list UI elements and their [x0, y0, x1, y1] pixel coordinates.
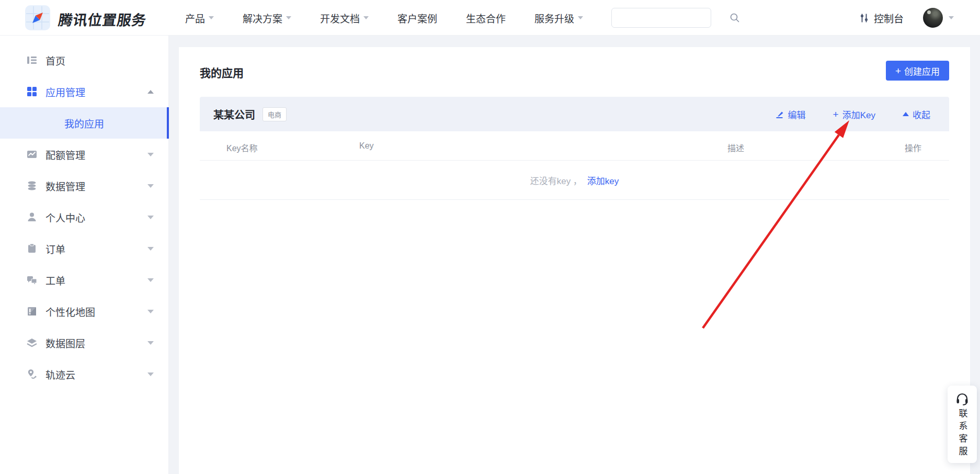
app-category-badge: 电商 [263, 107, 287, 121]
chevron-down-icon[interactable] [147, 310, 154, 313]
add-key-button[interactable]: + 添加Key [833, 108, 875, 121]
console-link[interactable]: 控制台 [859, 0, 904, 36]
plus-icon: + [895, 66, 901, 76]
search-input[interactable] [612, 8, 730, 27]
chevron-down-icon[interactable] [147, 373, 154, 376]
empty-state-text: 还没有key ， [530, 174, 582, 187]
nav-cases[interactable]: 客户案例 [397, 11, 437, 25]
nav-docs[interactable]: 开发文档 [320, 11, 369, 25]
user-icon [27, 212, 37, 222]
triangle-up-icon [903, 112, 909, 116]
key-table-header: Key名称 Key 描述 操作 [200, 131, 949, 161]
track-pin-icon [27, 369, 37, 379]
sidebar-item-personal-center[interactable]: 个人中心 [0, 201, 168, 233]
layers-icon [27, 337, 37, 348]
database-icon [27, 180, 37, 191]
apps-grid-icon [27, 86, 37, 97]
chevron-down-icon [209, 16, 214, 19]
column-key: Key [359, 141, 374, 151]
chevron-down-icon [286, 16, 291, 19]
avatar-chevron-down-icon[interactable] [949, 16, 954, 19]
custom-map-icon [27, 306, 37, 317]
page-title: 我的应用 [200, 64, 244, 80]
chevron-down-icon [578, 16, 583, 19]
chevron-down-icon [363, 16, 369, 19]
contact-support-label: 联系客服 [956, 409, 969, 459]
pencil-icon [776, 110, 784, 119]
column-key-name: Key名称 [226, 141, 258, 154]
ticket-chat-icon [27, 275, 37, 285]
app-card-actions: 编辑 + 添加Key 收起 [776, 108, 930, 121]
empty-key-row: 还没有key ， 添加key [200, 161, 949, 200]
sidebar-item-orders[interactable]: 订单 [0, 233, 168, 264]
chevron-down-icon[interactable] [147, 216, 154, 219]
sidebar-item-track-cloud[interactable]: 轨迹云 [0, 358, 168, 390]
sidebar-item-quota[interactable]: 配额管理 [0, 139, 168, 170]
order-clipboard-icon [27, 243, 37, 254]
top-header: 腾讯位置服务 产品 解决方案 开发文档 客户案例 生态合作 服务升级 [0, 0, 980, 36]
contact-support-tab[interactable]: 联系客服 [948, 386, 977, 463]
column-operations: 操作 [905, 141, 921, 154]
quota-chart-icon [27, 149, 37, 160]
user-avatar[interactable] [923, 8, 943, 28]
sidebar-item-tickets[interactable]: 工单 [0, 264, 168, 296]
sidebar-item-home[interactable]: 首页 [0, 44, 168, 76]
headset-icon [955, 391, 970, 406]
search-box [611, 8, 711, 28]
home-list-icon [27, 55, 37, 65]
chevron-up-icon[interactable] [147, 90, 154, 94]
nav-products[interactable]: 产品 [185, 11, 214, 25]
add-key-link[interactable]: 添加key [587, 174, 619, 187]
app-card-header: 某某公司 电商 编辑 + 添加Key 收起 [200, 97, 949, 131]
search-icon[interactable] [730, 13, 740, 23]
sliders-icon [859, 13, 869, 23]
create-app-button[interactable]: + 创建应用 [886, 61, 949, 81]
chevron-down-icon[interactable] [147, 184, 154, 188]
top-nav: 产品 解决方案 开发文档 客户案例 生态合作 服务升级 [185, 0, 583, 36]
nav-solutions[interactable]: 解决方案 [243, 11, 291, 25]
chevron-down-icon[interactable] [147, 153, 154, 156]
sidebar-item-data-management[interactable]: 数据管理 [0, 170, 168, 201]
chevron-down-icon[interactable] [147, 341, 154, 345]
sidebar-item-custom-map[interactable]: 个性化地图 [0, 296, 168, 327]
plus-icon: + [833, 109, 839, 119]
brand-logo-compass-icon[interactable] [25, 5, 50, 30]
sidebar: 首页 应用管理 我的应用 配额管理 数据管理 个人中心 订 [0, 36, 169, 474]
column-description: 描述 [727, 141, 744, 154]
sidebar-item-data-layers[interactable]: 数据图层 [0, 327, 168, 358]
nav-service-upgrade[interactable]: 服务升级 [534, 11, 583, 25]
page-title-row: 我的应用 + 创建应用 [200, 47, 949, 97]
chevron-down-icon[interactable] [147, 278, 154, 282]
nav-ecosystem[interactable]: 生态合作 [466, 11, 506, 25]
app-card: 某某公司 电商 编辑 + 添加Key 收起 [200, 97, 949, 200]
sidebar-item-my-apps[interactable]: 我的应用 [0, 107, 168, 139]
edit-app-button[interactable]: 编辑 [776, 108, 806, 121]
app-name: 某某公司 [213, 107, 255, 122]
chevron-down-icon[interactable] [147, 247, 154, 251]
content-panel: 我的应用 + 创建应用 某某公司 电商 编辑 + 添加Key [179, 47, 970, 474]
collapse-card-button[interactable]: 收起 [903, 108, 930, 121]
sidebar-item-app-management[interactable]: 应用管理 [0, 76, 168, 107]
brand-title[interactable]: 腾讯位置服务 [57, 9, 147, 29]
